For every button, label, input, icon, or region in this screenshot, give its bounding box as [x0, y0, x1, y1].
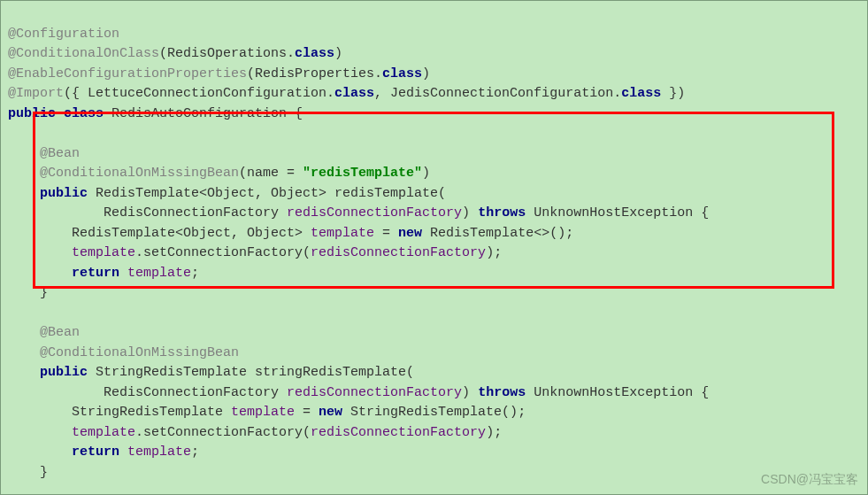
- method-stringredistemplate: StringRedisTemplate stringRedisTemplate(: [88, 365, 414, 380]
- classname-redisautoconfig: RedisAutoConfiguration {: [111, 106, 303, 121]
- annotation-conditionalonmissingbean2: @ConditionalOnMissingBean: [40, 345, 239, 360]
- keyword-class: class: [64, 106, 104, 121]
- keyword-public: public: [8, 106, 56, 121]
- method-redistemplate: RedisTemplate<Object, Object> redisTempl…: [88, 186, 446, 201]
- param-redisconnectionfactory: redisConnectionFactory: [287, 205, 462, 220]
- watermark: CSDN@冯宝宝客: [761, 470, 858, 489]
- annotation-conditionalonmissingbean: @ConditionalOnMissingBean: [40, 166, 239, 181]
- annotation-conditionalonclass: @ConditionalOnClass: [8, 46, 159, 61]
- annotation-configuration: @Configuration: [8, 27, 119, 42]
- annotation-bean: @Bean: [40, 146, 80, 161]
- var-template: template: [311, 226, 374, 241]
- string-redistemplate: "redisTemplate": [303, 166, 422, 181]
- code-block: @Configuration @ConditionalOnClass(Redis…: [8, 4, 867, 495]
- annotation-enableconfigprops: @EnableConfigurationProperties: [8, 66, 247, 81]
- annotation-bean2: @Bean: [40, 325, 80, 340]
- annotation-import: @Import: [8, 86, 64, 101]
